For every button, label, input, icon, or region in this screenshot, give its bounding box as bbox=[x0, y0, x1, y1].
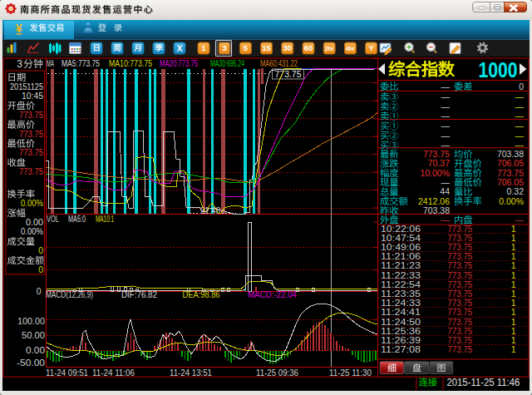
svg-text:1: 1 bbox=[511, 270, 516, 280]
svg-text:60: 60 bbox=[304, 43, 313, 52]
svg-text:2015-11-25 11:46: 2015-11-25 11:46 bbox=[446, 377, 520, 388]
svg-text:MA10:1: MA10:1 bbox=[96, 214, 114, 224]
svg-text:773.75: 773.75 bbox=[447, 224, 472, 234]
svg-text:11:22:54: 11:22:54 bbox=[381, 279, 421, 289]
svg-text:1: 1 bbox=[511, 233, 516, 243]
svg-text:773.75: 773.75 bbox=[447, 326, 472, 336]
svg-text:10:45: 10:45 bbox=[22, 91, 43, 101]
svg-text:11-24 09:51: 11-24 09:51 bbox=[46, 368, 88, 378]
svg-text:773.75: 773.75 bbox=[447, 270, 472, 280]
svg-text:773.75: 773.75 bbox=[447, 242, 472, 252]
svg-text:0: 0 bbox=[519, 81, 524, 91]
svg-text:1: 1 bbox=[511, 344, 516, 354]
svg-text:11-25 11:30: 11-25 11:30 bbox=[329, 368, 372, 378]
svg-text:703.38: 703.38 bbox=[497, 149, 524, 159]
svg-text:706.05: 706.05 bbox=[497, 158, 524, 168]
svg-text:0.00%: 0.00% bbox=[21, 198, 43, 208]
svg-text:15: 15 bbox=[262, 43, 271, 52]
svg-text:MA20:773.75: MA20:773.75 bbox=[160, 58, 198, 68]
svg-text:—: — bbox=[441, 101, 451, 111]
svg-text:+: + bbox=[406, 42, 411, 52]
svg-text:44: 44 bbox=[440, 186, 450, 196]
svg-text:VOL: VOL bbox=[47, 214, 59, 224]
svg-text:—: — bbox=[515, 215, 525, 225]
svg-text:773.75: 773.75 bbox=[447, 251, 472, 261]
svg-text:10.00%: 10.00% bbox=[420, 168, 450, 178]
svg-text:1: 1 bbox=[511, 260, 516, 270]
svg-text:—: — bbox=[515, 111, 525, 121]
svg-text:11:26:39: 11:26:39 bbox=[381, 335, 421, 345]
svg-text:773.75: 773.75 bbox=[447, 289, 472, 299]
svg-text:11:27:08: 11:27:08 bbox=[381, 344, 421, 354]
svg-text:0: 0 bbox=[37, 286, 42, 296]
svg-text:11:24:41: 11:24:41 bbox=[381, 307, 421, 317]
svg-text:11:24:50: 11:24:50 bbox=[381, 317, 421, 327]
svg-text:0.00: 0.00 bbox=[26, 345, 45, 355]
svg-text:0.00%: 0.00% bbox=[499, 196, 524, 206]
svg-text:100.00: 100.00 bbox=[17, 316, 45, 326]
svg-text:773.75: 773.75 bbox=[423, 149, 450, 159]
svg-text:11:21:23: 11:21:23 bbox=[381, 260, 421, 270]
svg-text:—: — bbox=[515, 121, 525, 131]
svg-text:0.00%: 0.00% bbox=[21, 226, 43, 236]
svg-text:1: 1 bbox=[511, 251, 516, 261]
svg-text:MACD(12,26,9): MACD(12,26,9) bbox=[46, 289, 93, 299]
svg-text:−: − bbox=[429, 42, 434, 52]
svg-text:MA30:695.24: MA30:695.24 bbox=[210, 58, 244, 68]
svg-text:1000: 1000 bbox=[479, 57, 518, 82]
svg-text:1: 1 bbox=[511, 279, 516, 289]
svg-text:—: — bbox=[441, 81, 451, 91]
svg-text:10:22:06: 10:22:06 bbox=[381, 224, 421, 234]
svg-text:773.75: 773.75 bbox=[275, 69, 302, 79]
svg-text:11:22:33: 11:22:33 bbox=[381, 270, 421, 280]
svg-text:706.05: 706.05 bbox=[497, 177, 524, 187]
svg-text:2412.06: 2412.06 bbox=[418, 196, 450, 206]
svg-text:1: 1 bbox=[511, 317, 516, 327]
svg-text:1: 1 bbox=[201, 43, 206, 52]
svg-text:773.75: 773.75 bbox=[497, 168, 524, 178]
svg-text:773.75: 773.75 bbox=[447, 317, 472, 327]
svg-text:11:25:36: 11:25:36 bbox=[381, 326, 421, 336]
svg-text:—: — bbox=[441, 177, 451, 187]
svg-text:773.75: 773.75 bbox=[447, 233, 472, 243]
svg-text:2hr: 2hr bbox=[325, 46, 334, 52]
svg-text:MA10:773.75: MA10:773.75 bbox=[109, 58, 152, 68]
svg-text:MA60:431.22: MA60:431.22 bbox=[260, 58, 298, 68]
svg-text:50.00: 50.00 bbox=[22, 330, 45, 340]
svg-text:4hr: 4hr bbox=[346, 46, 355, 52]
svg-text:1: 1 bbox=[511, 326, 516, 336]
svg-text:1: 1 bbox=[511, 298, 516, 308]
svg-text:773.75: 773.75 bbox=[19, 166, 43, 176]
svg-text:-50.00: -50.00 bbox=[17, 358, 45, 368]
svg-text:11-24 13:51: 11-24 13:51 bbox=[170, 368, 212, 378]
svg-text:0: 0 bbox=[38, 264, 43, 274]
svg-text:773.75: 773.75 bbox=[19, 129, 43, 139]
svg-text:11:23:35: 11:23:35 bbox=[381, 289, 421, 299]
svg-text:773.75: 773.75 bbox=[19, 110, 43, 120]
svg-text:773.75: 773.75 bbox=[447, 260, 472, 270]
svg-text:11:21:06: 11:21:06 bbox=[381, 251, 421, 261]
svg-text:773.75: 773.75 bbox=[447, 335, 472, 345]
svg-text:0.32: 0.32 bbox=[507, 186, 525, 196]
svg-text:—: — bbox=[441, 121, 451, 131]
svg-text:X: X bbox=[177, 44, 183, 53]
svg-text:773.75: 773.75 bbox=[447, 344, 472, 354]
svg-text:1: 1 bbox=[511, 307, 516, 317]
svg-text:30: 30 bbox=[283, 43, 293, 52]
svg-text:773.75: 773.75 bbox=[447, 279, 472, 289]
svg-text:—: — bbox=[515, 91, 525, 101]
svg-text:11-25 09:36: 11-25 09:36 bbox=[256, 368, 298, 378]
svg-text:MA: MA bbox=[47, 58, 54, 68]
svg-text:10:47:54: 10:47:54 bbox=[381, 233, 421, 243]
svg-text:773.75: 773.75 bbox=[19, 147, 43, 157]
svg-text:Y: Y bbox=[368, 43, 374, 52]
svg-text:—: — bbox=[515, 131, 525, 141]
svg-text:1: 1 bbox=[511, 242, 516, 252]
svg-text:MACD:-22.04: MACD:-22.04 bbox=[248, 289, 297, 299]
svg-text:—: — bbox=[441, 91, 451, 101]
svg-text:0: 0 bbox=[38, 245, 43, 255]
svg-text:¥: ¥ bbox=[16, 22, 22, 35]
svg-text:773.75: 773.75 bbox=[447, 307, 472, 317]
svg-text:773.75: 773.75 bbox=[447, 298, 472, 308]
svg-text:MA5:0: MA5:0 bbox=[68, 214, 86, 224]
